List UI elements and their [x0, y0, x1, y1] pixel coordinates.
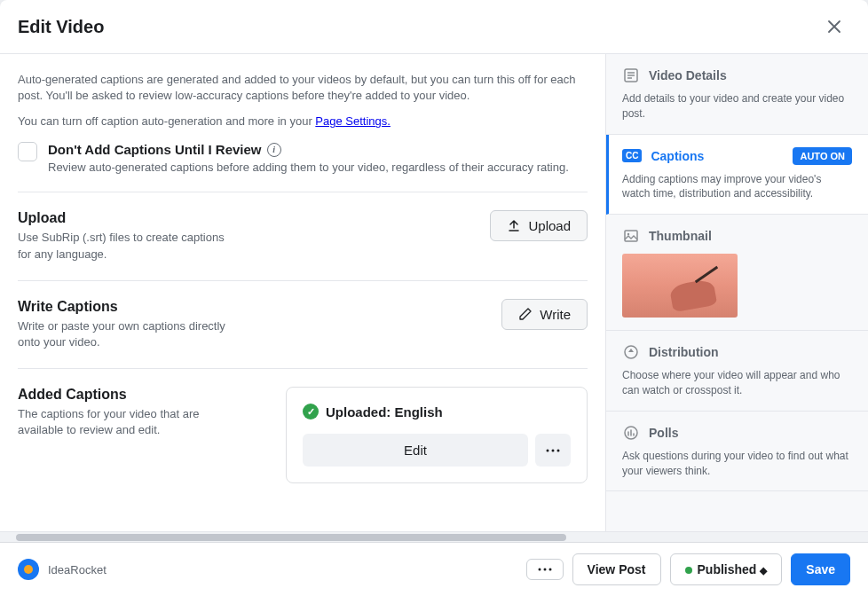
sidebar-item-video-details[interactable]: Video Details Add details to your video … [606, 54, 868, 135]
dont-add-desc: Review auto-generated captions before ad… [48, 161, 569, 174]
view-post-button[interactable]: View Post [572, 553, 661, 585]
svg-point-5 [627, 233, 629, 235]
status-dot-icon [685, 567, 692, 574]
captions-desc: Adding captions may improve your video's… [622, 172, 852, 202]
auto-captions-section: Auto-generated captions are generated an… [18, 61, 588, 192]
dots-icon [546, 449, 560, 452]
write-button[interactable]: Write [501, 299, 588, 330]
page-settings-link[interactable]: Page Settings. [315, 114, 391, 128]
modal-body: Add Auto-Generated Captions i On Auto-ge… [0, 54, 868, 531]
svg-point-1 [552, 449, 555, 451]
upload-section: Upload Use SubRip (.srt) files to create… [18, 192, 588, 280]
modal-title: Edit Video [18, 17, 104, 37]
close-icon [825, 18, 843, 35]
sidebar-item-distribution[interactable]: Distribution Choose where your video wil… [606, 331, 868, 412]
sidebar-item-thumbnail[interactable]: Thumbnail [606, 215, 868, 331]
caption-card: ✓ Uploaded: English Edit [286, 387, 588, 483]
video-details-desc: Add details to your video and create you… [622, 91, 852, 122]
svg-point-11 [548, 569, 551, 571]
close-button[interactable] [818, 11, 850, 43]
check-icon: ✓ [303, 404, 319, 420]
auto-captions-desc: Auto-generated captions are generated an… [18, 72, 588, 104]
svg-point-10 [543, 569, 546, 571]
edit-video-modal: Edit Video Add Auto-Generated Captions i… [0, 0, 868, 596]
sidebar-item-captions[interactable]: CC Captions AUTO ON Adding captions may … [606, 135, 868, 216]
added-title: Added Captions [18, 387, 231, 403]
thumbnail-preview[interactable] [622, 254, 738, 318]
modal-header: Edit Video [0, 0, 868, 54]
image-icon [622, 227, 640, 245]
page-name: IdeaRocket [48, 563, 107, 576]
save-button[interactable]: Save [791, 553, 850, 585]
polls-desc: Ask questions during your video to find … [622, 449, 852, 479]
dont-add-label: Don't Add Captions Until I Review i [48, 142, 569, 157]
write-section: Write Captions Write or paste your own c… [18, 281, 588, 369]
horizontal-scrollbar[interactable] [0, 531, 868, 542]
svg-point-9 [538, 569, 541, 571]
published-status-button[interactable]: Published ◆ [670, 553, 783, 585]
upload-icon [507, 219, 521, 233]
info-icon[interactable]: i [267, 143, 281, 157]
caption-more-button[interactable] [535, 434, 571, 467]
page-avatar[interactable] [18, 559, 39, 580]
sidebar[interactable]: Video Details Add details to your video … [605, 54, 868, 531]
pencil-icon [518, 307, 533, 321]
auto-captions-settings-text: You can turn off caption auto-generation… [18, 114, 588, 128]
uploaded-status: ✓ Uploaded: English [303, 404, 571, 420]
edit-caption-button[interactable]: Edit [303, 434, 528, 467]
main-content[interactable]: Add Auto-Generated Captions i On Auto-ge… [0, 54, 605, 531]
auto-on-badge: AUTO ON [793, 147, 852, 165]
share-icon [622, 343, 640, 361]
dont-add-checkbox[interactable] [18, 142, 37, 161]
rocket-icon [22, 563, 35, 576]
upload-title: Upload [18, 210, 231, 226]
write-title: Write Captions [18, 299, 231, 315]
upload-desc: Use SubRip (.srt) files to create captio… [18, 230, 231, 262]
dont-add-row: Don't Add Captions Until I Review i Revi… [18, 142, 588, 174]
write-desc: Write or paste your own captions directl… [18, 318, 231, 350]
svg-point-2 [557, 449, 560, 451]
added-desc: The captions for your video that are ava… [18, 406, 231, 438]
sidebar-item-polls[interactable]: Polls Ask questions during your video to… [606, 412, 868, 492]
modal-footer: IdeaRocket View Post Published ◆ Save [0, 542, 868, 596]
cc-icon: CC [622, 149, 642, 162]
upload-button[interactable]: Upload [490, 210, 588, 241]
footer-more-button[interactable] [526, 559, 564, 580]
details-icon [622, 67, 640, 84]
distribution-desc: Choose where your video will appear and … [622, 368, 852, 398]
svg-point-0 [547, 449, 549, 451]
svg-rect-4 [625, 231, 637, 241]
dots-icon [538, 568, 552, 571]
added-captions-section: Added Captions The captions for your vid… [18, 369, 588, 501]
poll-icon [622, 424, 640, 442]
svg-point-8 [24, 565, 33, 574]
